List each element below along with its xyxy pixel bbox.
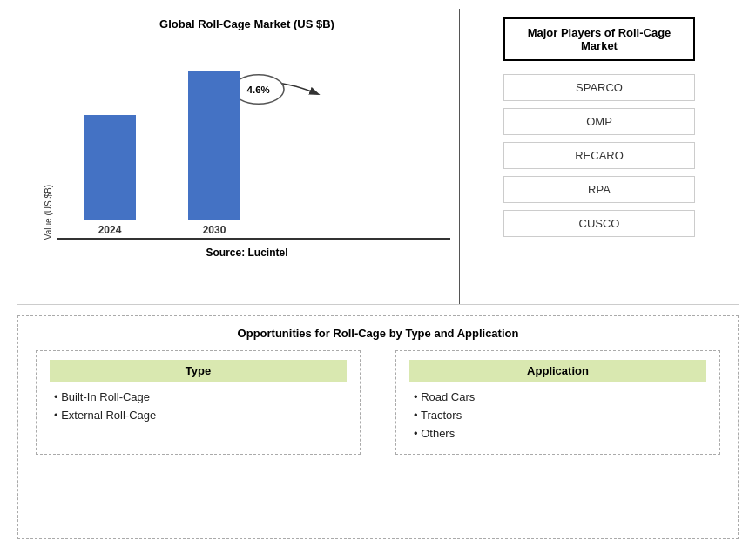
player-recaro: RECARO: [503, 142, 695, 169]
top-section: Global Roll-Cage Market (US $B) Value (U…: [17, 9, 739, 305]
type-column: Type Built-In Roll-Cage External Roll-Ca…: [36, 350, 361, 455]
application-item-3: Others: [409, 427, 706, 440]
player-rpa: RPA: [503, 176, 695, 203]
players-area: Major Players of Roll-Cage Market SPARCO…: [460, 9, 739, 304]
chart-area: Global Roll-Cage Market (US $B) Value (U…: [17, 9, 460, 304]
application-item-1: Road Cars: [409, 390, 706, 403]
chart-title: Global Roll-Cage Market (US $B): [159, 17, 334, 30]
bar-chart: 4.6% 2024 2030: [57, 39, 450, 240]
application-header: Application: [409, 360, 706, 382]
application-item-2: Tractors: [409, 409, 706, 422]
player-omp: OMP: [503, 108, 695, 135]
bar-group-2030: 2030: [188, 71, 240, 236]
bottom-content: Type Built-In Roll-Cage External Roll-Ca…: [36, 350, 720, 455]
players-title-box: Major Players of Roll-Cage Market: [503, 17, 695, 61]
opportunities-title: Opportunities for Roll-Cage by Type and …: [36, 327, 720, 340]
bar-group-2024: 2024: [84, 115, 136, 236]
type-header: Type: [50, 360, 347, 382]
bar-2024: [84, 115, 136, 220]
player-cusco: CUSCO: [503, 210, 695, 237]
application-column: Application Road Cars Tractors Others: [395, 350, 720, 455]
bar-label-2024: 2024: [98, 224, 122, 236]
bar-label-2030: 2030: [203, 224, 226, 236]
type-item-2: External Roll-Cage: [50, 409, 347, 422]
bars-container: 2024 2030: [57, 39, 450, 236]
x-axis-line: [57, 238, 450, 240]
type-item-1: Built-In Roll-Cage: [50, 390, 347, 403]
bottom-section: Opportunities for Roll-Cage by Type and …: [17, 315, 739, 539]
bar-2030: [188, 71, 240, 220]
source-text: Source: Lucintel: [206, 247, 287, 259]
chart-wrapper: Value (US $B) 4.6%: [44, 39, 450, 240]
player-sparco: SPARCO: [503, 74, 695, 101]
main-container: Global Roll-Cage Market (US $B) Value (U…: [0, 0, 756, 548]
y-axis-label: Value (US $B): [44, 185, 53, 240]
